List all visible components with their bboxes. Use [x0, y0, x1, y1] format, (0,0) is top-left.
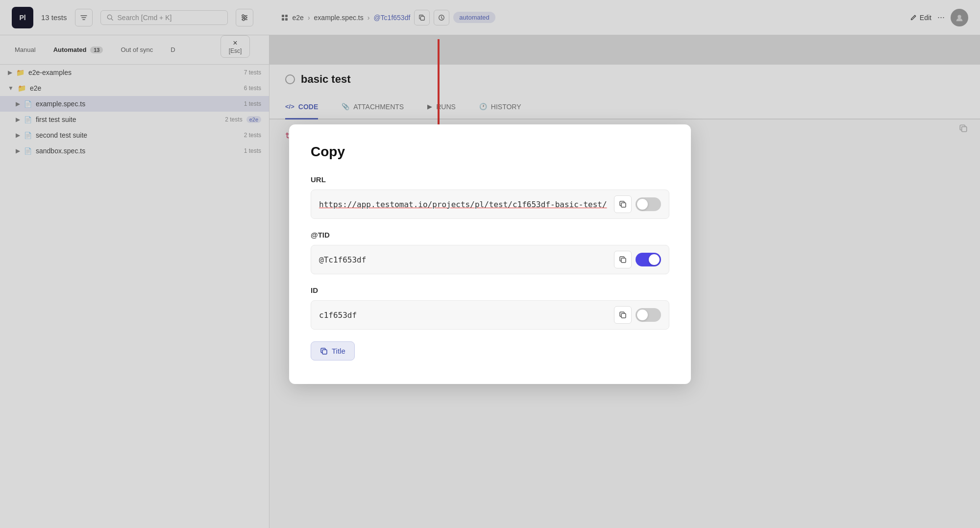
toggle-thumb	[637, 310, 648, 320]
modal-overlay: Copy URL https://app.testomat.io/project…	[0, 0, 980, 528]
tid-label: @TID	[311, 231, 669, 239]
toggle-thumb	[649, 254, 660, 265]
id-value: c1f653df	[319, 311, 610, 320]
url-toggle[interactable]	[636, 197, 661, 211]
tid-field-row: @Tc1f653df	[311, 245, 669, 274]
title-chip-button[interactable]: Title	[311, 341, 355, 360]
id-label: ID	[311, 286, 669, 294]
svg-rect-15	[621, 203, 626, 207]
tid-toggle[interactable]	[636, 253, 661, 266]
svg-rect-16	[621, 258, 626, 263]
tid-copy-button[interactable]	[614, 251, 632, 268]
url-copy-button[interactable]	[614, 195, 632, 213]
url-label: URL	[311, 175, 669, 184]
tid-value: @Tc1f653df	[319, 255, 610, 264]
copy-modal: Copy URL https://app.testomat.io/project…	[289, 124, 691, 384]
svg-rect-17	[621, 313, 626, 318]
modal-title: Copy	[311, 144, 669, 160]
id-field-row: c1f653df	[311, 300, 669, 330]
id-copy-button[interactable]	[614, 306, 632, 324]
url-field-row: https://app.testomat.io/projects/pl/test…	[311, 190, 669, 219]
url-value: https://app.testomat.io/projects/pl/test…	[319, 200, 610, 209]
svg-rect-18	[322, 350, 327, 354]
id-toggle[interactable]	[636, 308, 661, 322]
title-chip-label: Title	[332, 347, 345, 355]
toggle-thumb	[637, 199, 648, 210]
